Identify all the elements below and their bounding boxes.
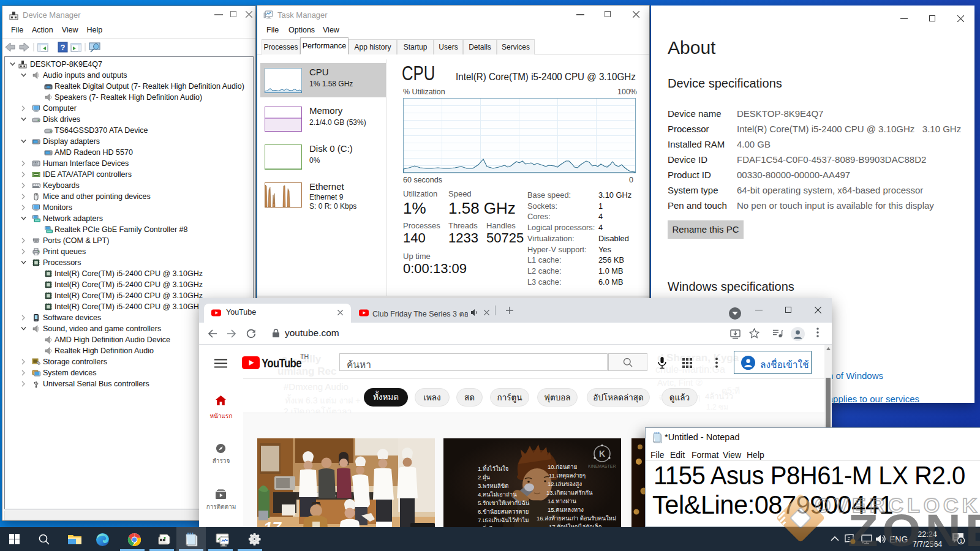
svg-text:14.ทางผ่าน: 14.ทางผ่าน: [548, 498, 576, 504]
svg-text:K: K: [599, 449, 605, 459]
svg-text:10.ก่อนตาย: 10.ก่อนตาย: [548, 463, 577, 470]
svg-text:5.รักเขาให้เท่ากับฉัน: 5.รักเขาให้เท่ากับฉัน: [478, 500, 530, 506]
svg-text:4.คนไม่เอาถ่าน: 4.คนไม่เอาถ่าน: [478, 491, 517, 498]
svg-text:17.ยักษ์ใหญ่ไล่ยักเล็ก: 17.ยักษ์ใหญ่ไล่ยักเล็ก: [549, 523, 602, 527]
svg-text:12.เล่นของสูง: 12.เล่นของสูง: [548, 481, 582, 488]
svg-text:13.เกิดมาแค่รักกัน: 13.เกิดมาแค่รักกัน: [546, 489, 593, 496]
svg-text:6.ข้าน้อยสมควรตาย: 6.ข้าน้อยสมควรตาย: [478, 508, 529, 515]
svg-text:1.ทิ้งไว้ในใจ: 1.ทิ้งไว้ในใจ: [478, 465, 508, 472]
svg-text:17: 17: [263, 519, 282, 527]
svg-text:2.ฝุ่น: 2.ฝุ่น: [478, 474, 490, 481]
svg-text:?: ?: [61, 43, 66, 52]
svg-text:KINEMASTER: KINEMASTER: [588, 464, 616, 468]
svg-text:7.เธอเก็บฉันไว้ทำไม: 7.เธอเก็บฉันไว้ทำไม: [478, 516, 529, 523]
svg-text:16.ส่งท้ายคนเก่า ต้อนรับคนใหม่: 16.ส่งท้ายคนเก่า ต้อนรับคนใหม่: [537, 515, 616, 522]
svg-text:11.เหตุผลง่ายๆ: 11.เหตุผลง่ายๆ: [549, 472, 586, 479]
svg-text:1: 1: [959, 538, 962, 544]
svg-text:3.พรหมลิขิต: 3.พรหมลิขิต: [478, 482, 508, 489]
svg-text:15.คนหลงทาง: 15.คนหลงทาง: [548, 506, 584, 513]
